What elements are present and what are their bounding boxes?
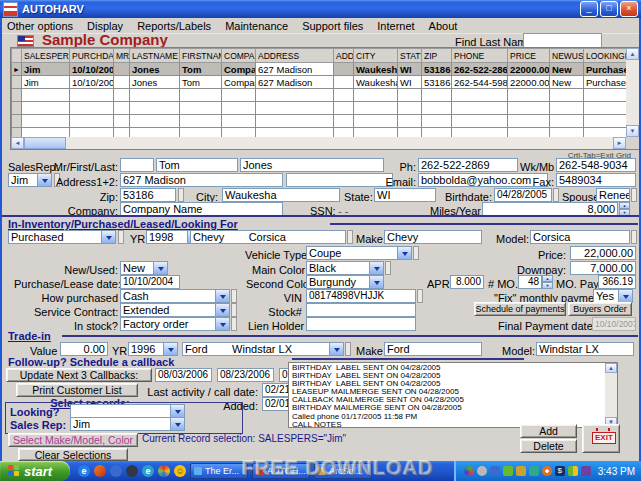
grid-cell[interactable] bbox=[256, 115, 334, 128]
firefox-icon[interactable] bbox=[94, 465, 106, 477]
grid-cell[interactable] bbox=[130, 115, 180, 128]
schedule-payments-button[interactable]: Schedule of payments bbox=[474, 302, 566, 316]
field-handle[interactable] bbox=[231, 303, 237, 317]
row-selector[interactable] bbox=[12, 89, 22, 102]
minimize-button[interactable]: _ bbox=[580, 1, 598, 17]
grid-cell[interactable] bbox=[354, 102, 398, 115]
grid-cell[interactable]: Waukesha bbox=[354, 63, 398, 76]
grid-col-header[interactable]: ZIP bbox=[422, 49, 452, 63]
grid-col-header[interactable]: PURCHDATE bbox=[70, 49, 114, 63]
ie-icon[interactable]: e bbox=[78, 465, 90, 477]
grid-cell[interactable] bbox=[334, 76, 354, 89]
row-selector[interactable] bbox=[12, 115, 22, 128]
miles-field[interactable]: 8,000 bbox=[482, 202, 618, 216]
taskbar-task-3[interactable]: ArcSof... bbox=[314, 463, 372, 479]
log-line[interactable]: BIRTHDAY LABEL SENT ON 04/28/2005 bbox=[292, 372, 614, 380]
exit-button[interactable]: EXIT bbox=[582, 424, 620, 453]
grid-col-header[interactable]: NEWUSED bbox=[550, 49, 584, 63]
grid-cell[interactable] bbox=[452, 115, 508, 128]
find-last-name-input[interactable] bbox=[523, 33, 602, 48]
grid-cell[interactable] bbox=[508, 89, 550, 102]
makemodel-combo[interactable]: Chevy Corsica bbox=[190, 230, 346, 244]
looking-select[interactable] bbox=[70, 404, 185, 418]
grid-cell[interactable]: Purchased bbox=[584, 76, 628, 89]
field-handle[interactable] bbox=[553, 188, 559, 202]
explorer-icon[interactable]: e bbox=[142, 465, 154, 477]
grid-cell[interactable]: WI bbox=[398, 76, 422, 89]
field-handle[interactable] bbox=[118, 230, 124, 244]
grid-cell[interactable] bbox=[130, 102, 180, 115]
birthdate-field[interactable]: 04/28/2005 bbox=[494, 188, 552, 202]
grid-cell[interactable] bbox=[256, 89, 334, 102]
service-contract-select[interactable]: Extended bbox=[120, 303, 230, 317]
scroll-up-icon[interactable]: ▲ bbox=[626, 48, 639, 60]
in-stock-select[interactable]: Factory order bbox=[120, 317, 230, 331]
how-purchased-select[interactable]: Cash bbox=[120, 289, 230, 303]
log-line[interactable]: Called phone 01/17/2005 11:58 PM bbox=[292, 413, 614, 421]
chevron-down-icon[interactable] bbox=[153, 262, 167, 274]
tray-update-icon[interactable] bbox=[503, 466, 513, 476]
grid-col-header[interactable]: PRICE bbox=[508, 49, 550, 63]
grid-cell[interactable] bbox=[422, 89, 452, 102]
field-handle[interactable] bbox=[345, 342, 351, 356]
grid-vscrollbar[interactable]: ▲ ▼ bbox=[626, 48, 639, 137]
tradein-model-field[interactable]: Windstar LX bbox=[536, 342, 634, 356]
tradein-makemodel-select[interactable]: Ford Windstar LX bbox=[182, 342, 344, 356]
folder-icon[interactable] bbox=[110, 465, 122, 477]
grid-col-header[interactable]: SALESPERS bbox=[22, 49, 70, 63]
grid-col-header[interactable]: PHONE bbox=[452, 49, 508, 63]
address2-field[interactable] bbox=[286, 173, 393, 187]
tray-purple-icon[interactable] bbox=[581, 466, 591, 476]
tray-donut-icon[interactable] bbox=[542, 466, 552, 476]
callback-log[interactable]: BIRTHDAY LABEL SENT ON 04/28/2005BIRTHDA… bbox=[288, 362, 618, 428]
grid-col-header[interactable]: FIRSTNAME bbox=[180, 49, 222, 63]
grid-cell[interactable] bbox=[334, 115, 354, 128]
grid-cell[interactable] bbox=[222, 115, 256, 128]
grid-cell[interactable] bbox=[508, 102, 550, 115]
menu-item[interactable]: Maintenance bbox=[218, 20, 295, 32]
grid-col-header[interactable]: ADDRESS bbox=[256, 49, 334, 63]
grid-cell[interactable] bbox=[584, 102, 628, 115]
grid-cell[interactable] bbox=[550, 89, 584, 102]
field-handle[interactable] bbox=[417, 289, 423, 303]
grid-cell[interactable] bbox=[398, 89, 422, 102]
tray-gray-icon[interactable] bbox=[477, 466, 487, 476]
last-name-field[interactable]: Jones bbox=[240, 158, 384, 172]
chevron-down-icon[interactable] bbox=[369, 276, 383, 288]
state-field[interactable]: WI bbox=[374, 188, 436, 202]
select-makemodel-button[interactable]: Select Make/Model, Color bbox=[8, 433, 138, 447]
lien-holder-field[interactable] bbox=[306, 317, 416, 331]
menu-item[interactable]: Support files bbox=[295, 20, 370, 32]
row-selector[interactable]: ► bbox=[12, 63, 22, 76]
taskbar-task-2[interactable]: AUTOH... bbox=[252, 463, 310, 479]
grid-cell[interactable]: Company Name bbox=[222, 76, 256, 89]
menu-item[interactable]: About bbox=[422, 20, 465, 32]
menu-item[interactable]: Reports/Labels bbox=[130, 20, 218, 32]
status-select[interactable]: Purchased bbox=[8, 230, 116, 244]
grid-cell[interactable]: New bbox=[550, 76, 584, 89]
tray-network-icon[interactable] bbox=[490, 466, 500, 476]
grid-cell[interactable] bbox=[180, 115, 222, 128]
grid-cell[interactable]: 22000.00 bbox=[508, 63, 550, 76]
fix-payment-select[interactable]: Yes bbox=[593, 289, 633, 303]
taskbar-task-1[interactable]: The Er... bbox=[190, 463, 248, 479]
grid-cell[interactable]: Company Name bbox=[222, 63, 256, 76]
restore-button[interactable]: □ bbox=[600, 1, 618, 17]
grid-cell[interactable] bbox=[22, 102, 70, 115]
apr-field[interactable]: 8.000 bbox=[450, 275, 484, 289]
tradein-value-field[interactable]: 0.00 bbox=[60, 342, 108, 356]
hscroll-thumb[interactable] bbox=[24, 137, 66, 149]
title-field[interactable] bbox=[120, 158, 154, 172]
email-field[interactable]: bobbolda@yahoo.com bbox=[418, 173, 548, 187]
grid-cell[interactable] bbox=[114, 115, 130, 128]
monthly-pay-field[interactable]: 366.19 bbox=[598, 275, 636, 289]
menu-item[interactable]: Other options bbox=[0, 20, 80, 32]
grid-cell[interactable] bbox=[584, 89, 628, 102]
vin-field[interactable]: 08174898VHJJK bbox=[306, 289, 416, 303]
log-line[interactable]: BIRTHDAY MAILMERGE SENT ON 04/28/2005 bbox=[292, 404, 614, 412]
callback-date-field[interactable]: 08/23/2006 bbox=[217, 368, 274, 382]
chevron-down-icon[interactable] bbox=[215, 290, 229, 302]
grid-cell[interactable] bbox=[508, 115, 550, 128]
salesrep-select[interactable]: Jim bbox=[8, 173, 52, 187]
menu-item[interactable]: Internet bbox=[370, 20, 421, 32]
